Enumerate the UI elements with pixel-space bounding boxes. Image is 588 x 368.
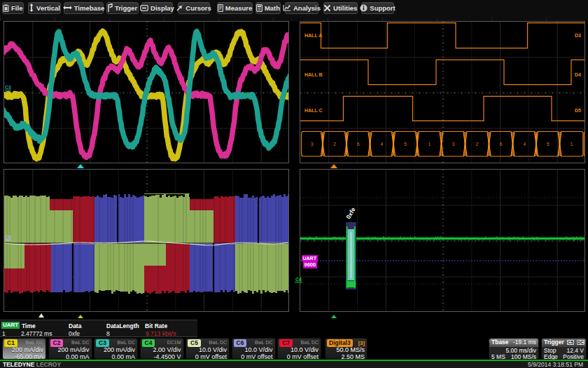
svg-text:1: 1 (428, 142, 430, 146)
svg-text:3: 3 (452, 142, 455, 146)
svg-text:5: 5 (404, 142, 407, 146)
svg-text:2: 2 (476, 142, 479, 146)
svg-text:4: 4 (523, 142, 526, 146)
svg-text:6: 6 (500, 142, 503, 146)
svg-text:6: 6 (357, 142, 360, 146)
svg-text:2: 2 (333, 142, 336, 146)
svg-text:5: 5 (547, 142, 550, 146)
svg-text:3: 3 (311, 142, 314, 146)
svg-text:1: 1 (570, 142, 573, 146)
svg-text:4: 4 (380, 142, 383, 146)
